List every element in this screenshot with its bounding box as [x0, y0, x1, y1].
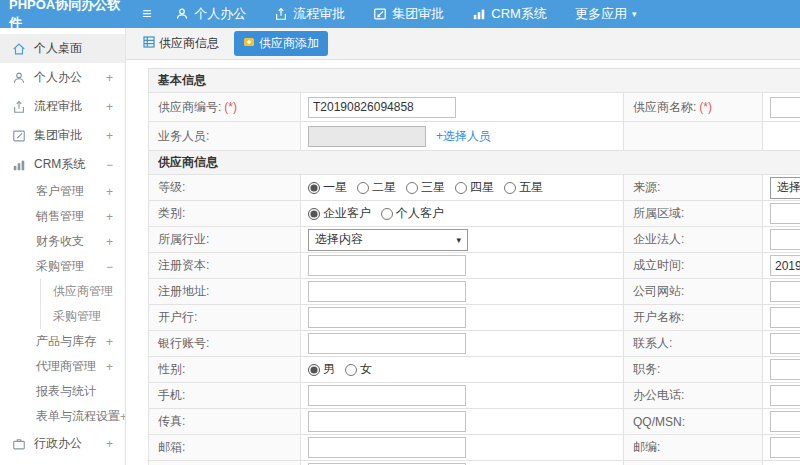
- form-row: 传真: QQ/MSN:: [149, 409, 800, 435]
- sidebar-item-label: 供应商管理: [53, 283, 113, 300]
- sidebar-item-label: 客户管理: [36, 183, 84, 200]
- sidebar-item-agent-mgmt[interactable]: 代理商管理 +: [0, 354, 125, 379]
- sidebar-item-personal-office[interactable]: 个人办公 +: [0, 63, 125, 92]
- sidebar-item-reports[interactable]: 报表与统计: [0, 379, 125, 404]
- topnav-label: 更多应用: [575, 5, 627, 23]
- industry-select[interactable]: 选择内容▾: [308, 229, 468, 251]
- grade-radio-2[interactable]: 二星: [357, 179, 396, 196]
- qq-msn-input[interactable]: [770, 411, 800, 432]
- field-label: QQ/MSN:: [624, 409, 763, 435]
- grade-radio-4[interactable]: 四星: [455, 179, 494, 196]
- expand-sign[interactable]: +: [106, 335, 113, 349]
- sidebar-item-crm[interactable]: CRM系统 −: [0, 150, 125, 179]
- sidebar-item-admin-office[interactable]: 行政办公 +: [0, 429, 125, 458]
- collapse-sign[interactable]: −: [106, 158, 113, 172]
- form-row: 开户行: 开户名称:: [149, 305, 800, 331]
- expand-sign[interactable]: +: [106, 235, 113, 249]
- sidebar-item-sales-mgmt[interactable]: 销售管理 +: [0, 204, 125, 229]
- gender-radio-group: 男 女: [308, 361, 623, 378]
- edit-icon: [373, 7, 387, 21]
- registered-capital-input[interactable]: [308, 255, 466, 276]
- website-input[interactable]: [770, 281, 800, 302]
- sidebar-item-hr[interactable]: 人力资源 +: [0, 458, 125, 465]
- legal-person-input[interactable]: [770, 229, 800, 250]
- category-radio-person[interactable]: 个人客户: [381, 205, 444, 222]
- sidebar-item-form-flow-settings[interactable]: 表单与流程设置 +: [0, 404, 125, 429]
- sidebar-item-supplier-mgmt[interactable]: 供应商管理: [41, 279, 125, 304]
- registered-address-input[interactable]: [308, 281, 466, 302]
- menu-toggle-icon[interactable]: ≡: [142, 6, 151, 22]
- expand-sign[interactable]: +: [106, 185, 113, 199]
- sidebar-item-personal-desktop[interactable]: 个人桌面: [0, 34, 125, 63]
- sidebar-item-label: 报表与统计: [36, 383, 96, 400]
- form-row: 所属行业: 选择内容▾ 企业法人:: [149, 227, 800, 253]
- bank-name-input[interactable]: [308, 307, 466, 328]
- table-icon: [143, 36, 155, 51]
- expand-sign[interactable]: +: [106, 71, 113, 85]
- supplier-code-input[interactable]: [308, 97, 456, 118]
- field-label: 类别:: [149, 201, 301, 227]
- sidebar-item-label: 产品与库存: [36, 333, 96, 350]
- expand-sign[interactable]: +: [106, 437, 113, 451]
- field-label: 邮编:: [624, 435, 763, 461]
- sidebar-item-label: 采购管理: [36, 258, 84, 275]
- select-person-link[interactable]: +选择人员: [436, 129, 491, 143]
- topnav-personal-office[interactable]: 个人办公: [175, 5, 246, 23]
- business-person-input[interactable]: [308, 126, 426, 147]
- category-radio-company[interactable]: 企业客户: [308, 205, 371, 222]
- expand-sign[interactable]: +: [106, 129, 113, 143]
- position-input[interactable]: [770, 359, 800, 380]
- fax-input[interactable]: [308, 411, 466, 432]
- sidebar-item-label: 流程审批: [34, 98, 82, 115]
- grade-radio-1[interactable]: 一星: [308, 179, 347, 196]
- expand-sign[interactable]: +: [106, 100, 113, 114]
- account-name-input[interactable]: [770, 307, 800, 328]
- topnav-group-approval[interactable]: 集团审批: [373, 5, 444, 23]
- supplier-name-input[interactable]: [770, 97, 800, 118]
- field-label: 企业法人:: [624, 227, 763, 253]
- sidebar-item-label: 个人办公: [34, 69, 82, 86]
- sidebar-item-workflow-approval[interactable]: 流程审批 +: [0, 92, 125, 121]
- expand-sign[interactable]: +: [106, 210, 113, 224]
- purchase-submenu: 供应商管理 采购管理: [40, 279, 125, 329]
- expand-sign[interactable]: +: [106, 360, 113, 374]
- required-mark: (*): [699, 100, 712, 114]
- topnav-workflow-approval[interactable]: 流程审批: [274, 5, 345, 23]
- mobile-input[interactable]: [308, 385, 466, 406]
- grade-radio-5[interactable]: 五星: [504, 179, 543, 196]
- bank-account-input[interactable]: [308, 333, 466, 354]
- sidebar-item-label: 财务收支: [36, 233, 84, 250]
- gender-radio-female[interactable]: 女: [345, 361, 372, 378]
- form-row: 注册资本: 成立时间:: [149, 253, 800, 279]
- topnav-more-apps[interactable]: 更多应用 ▾: [575, 5, 637, 23]
- sidebar-item-label: 个人桌面: [34, 40, 82, 57]
- form-row: 类别: 企业客户 个人客户 所属区域:: [149, 201, 800, 227]
- topnav-label: 集团审批: [392, 5, 444, 23]
- field-label: 等级:: [149, 175, 301, 201]
- tab-supplier-info[interactable]: 供应商信息: [134, 31, 228, 56]
- founded-date-input[interactable]: [770, 255, 800, 276]
- field-label: 所属行业:: [149, 227, 301, 253]
- sidebar-item-finance[interactable]: 财务收支 +: [0, 229, 125, 254]
- office-phone-input[interactable]: [770, 385, 800, 406]
- field-label: 银行账号:: [149, 331, 301, 357]
- grade-radio-3[interactable]: 三星: [406, 179, 445, 196]
- sidebar-item-group-approval[interactable]: 集团审批 +: [0, 121, 125, 150]
- sidebar-item-purchasing[interactable]: 采购管理: [41, 304, 125, 329]
- email-input[interactable]: [308, 437, 466, 458]
- sidebar-item-label: CRM系统: [34, 156, 85, 173]
- field-label: 供应商编号:(*): [149, 93, 301, 122]
- briefcase-icon: [12, 437, 26, 451]
- contact-input[interactable]: [770, 333, 800, 354]
- sidebar-item-purchase-mgmt[interactable]: 采购管理 −: [0, 254, 125, 279]
- collapse-sign[interactable]: −: [106, 260, 113, 274]
- region-input[interactable]: [770, 203, 800, 224]
- tab-supplier-add[interactable]: 供应商添加: [234, 31, 328, 56]
- section-header-row: 供应商信息: [149, 151, 800, 175]
- sidebar-item-customer-mgmt[interactable]: 客户管理 +: [0, 179, 125, 204]
- topnav-crm[interactable]: CRM系统: [472, 5, 547, 23]
- source-select[interactable]: 选择内容▾: [770, 177, 800, 199]
- zip-input[interactable]: [770, 437, 800, 458]
- gender-radio-male[interactable]: 男: [308, 361, 335, 378]
- sidebar-item-product-inventory[interactable]: 产品与库存 +: [0, 329, 125, 354]
